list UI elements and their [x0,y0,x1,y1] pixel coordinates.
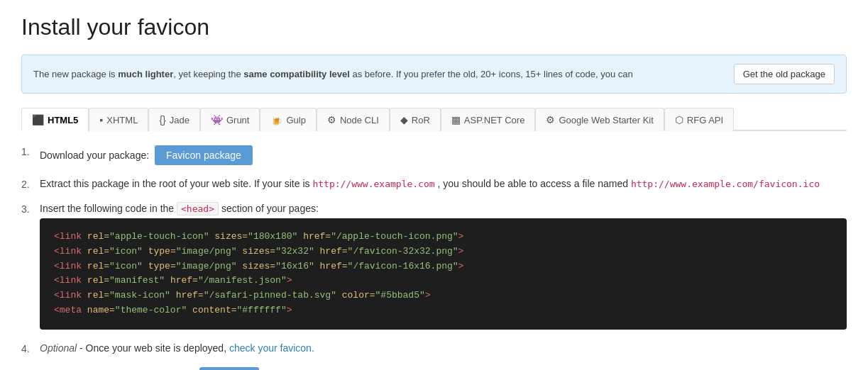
tab-aspnet[interactable]: ▦ ASP.NET Core [441,108,536,131]
step-4-content: Optional - Once your web site is deploye… [40,342,847,354]
rfgapi-icon: ⬡ [675,114,683,125]
banner-text-middle: , yet keeping the [173,69,243,79]
step-5: Optional - Your favicon is fantastic. Sh… [21,367,847,370]
step-3-content: Insert the following code in the <head> … [40,203,847,330]
step-2-url2[interactable]: http://www.example.com/favicon.ico [631,179,820,189]
step-2-url1[interactable]: http://www.example.com [312,179,434,189]
banner-text-before: The new package is [33,69,118,79]
html5-icon: ⬛ [32,114,44,125]
tab-gulp-label: Gulp [286,115,305,125]
tabs-container: ⬛ HTML5 ▪ XHTML {} Jade 👾 Grunt 🍺 Gulp ⚙… [21,108,847,131]
tab-gwsk-label: Google Web Starter Kit [559,115,653,125]
gwsk-icon: ⚙ [546,114,555,125]
tab-rfgapi[interactable]: ⬡ RFG API [664,108,734,131]
step-3: Insert the following code in the <head> … [21,203,847,330]
step-2-text-before: Extract this package in the root of your… [40,178,312,189]
info-banner: The new package is much lighter, yet kee… [21,55,847,94]
code-block: <link rel="apple-touch-icon" sizes="180x… [40,218,847,330]
tab-xhtml[interactable]: ▪ XHTML [89,108,148,131]
tab-rfgapi-label: RFG API [687,115,723,125]
favicon-package-button[interactable]: Favicon package [155,145,253,165]
banner-text: The new package is much lighter, yet kee… [33,69,727,79]
check-favicon-link[interactable]: check your favicon. [229,342,314,354]
tab-nodecli[interactable]: ⚙ Node CLI [317,108,390,131]
nodecli-icon: ⚙ [327,114,336,125]
code-line-4: <link rel="manifest" href="/manifest.jso… [54,274,833,288]
step-3-text-after: section of your pages: [221,203,319,214]
step-2-text-middle: , you should be able to access a file na… [437,178,628,189]
old-package-button[interactable]: Get the old package [734,64,835,84]
step-4-text-before: - Once your web site is deployed, [79,342,226,354]
code-line-6: <meta name="theme-color" content="#fffff… [54,303,833,318]
code-line-5: <link rel="mask-icon" href="/safari-pinn… [54,288,833,303]
step-4-optional: Optional [40,342,77,354]
step-3-inline-code: <head> [177,202,219,215]
xhtml-icon: ▪ [99,114,103,125]
banner-bold1: much lighter [118,69,173,79]
step-2-content: Extract this package in the root of your… [40,178,847,189]
tab-html5[interactable]: ⬛ HTML5 [21,108,89,131]
code-line-3: <link rel="icon" type="image/png" sizes=… [54,259,833,274]
tab-jade[interactable]: {} Jade [148,108,200,131]
step-1-content: Download your package: Favicon package [40,145,847,165]
tab-grunt[interactable]: 👾 Grunt [200,108,260,131]
tab-ror-label: RoR [412,115,430,125]
tab-nodecli-label: Node CLI [340,115,379,125]
steps-list: Download your package: Favicon package E… [21,145,847,370]
aspnet-icon: ▦ [451,114,461,125]
grunt-icon: 👾 [211,114,223,125]
page-title: Install your favicon [21,14,847,40]
jade-icon: {} [159,114,165,125]
tab-gulp[interactable]: 🍺 Gulp [260,108,316,131]
step-3-text-before: Insert the following code in the [40,203,177,214]
banner-text-after: as before. If you prefer the old, 20+ ic… [350,69,633,79]
step-1: Download your package: Favicon package [21,145,847,165]
step-5-content: Optional - Your favicon is fantastic. Sh… [40,367,847,370]
tab-aspnet-label: ASP.NET Core [464,115,525,125]
step-2: Extract this package in the root of your… [21,178,847,190]
tab-gwsk[interactable]: ⚙ Google Web Starter Kit [535,108,664,131]
tab-html5-label: HTML5 [48,115,78,125]
code-line-2: <link rel="icon" type="image/png" sizes=… [54,245,833,259]
code-line-1: <link rel="apple-touch-icon" sizes="180x… [54,230,833,245]
step-1-text: Download your package: [40,150,149,161]
tab-jade-label: Jade [170,115,189,125]
tab-ror[interactable]: ◆ RoR [390,108,441,131]
tab-xhtml-label: XHTML [106,115,138,125]
ror-icon: ◆ [400,114,408,125]
gulp-icon: 🍺 [270,114,282,125]
step-4: Optional - Once your web site is deploye… [21,342,847,354]
banner-bold2: same compatibility level [243,69,350,79]
share-button[interactable]: Share it! [199,367,259,370]
tab-grunt-label: Grunt [226,115,250,125]
